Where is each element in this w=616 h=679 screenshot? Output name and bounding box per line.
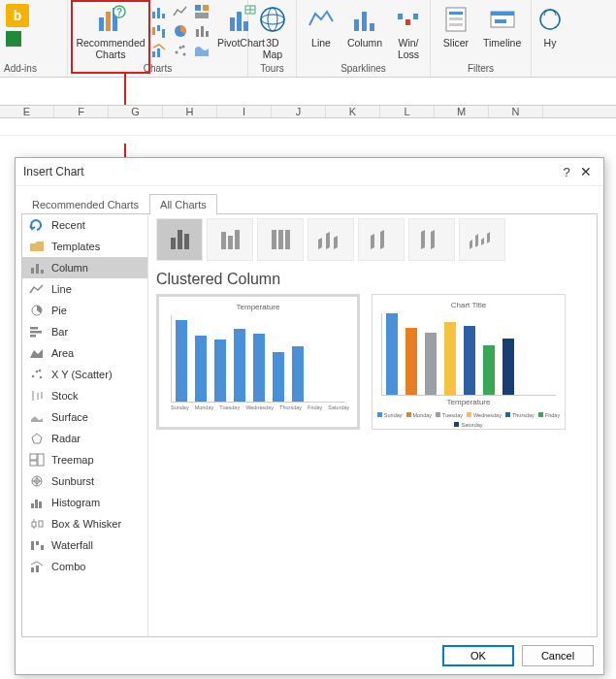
- pie-dropdown-icon[interactable]: [173, 23, 188, 39]
- recommended-charts-button[interactable]: ? Recommended Charts: [72, 2, 149, 62]
- column-header[interactable]: N: [489, 106, 543, 117]
- combo-dropdown-icon[interactable]: [151, 43, 167, 58]
- hyperlink-button[interactable]: Hy: [535, 2, 565, 50]
- column-header[interactable]: E: [0, 106, 54, 117]
- chart-main-panel: Clustered Column TemperatureSundayMonday…: [148, 214, 597, 636]
- chart-category-pie[interactable]: Pie: [22, 300, 147, 321]
- svg-rect-49: [41, 270, 44, 274]
- column-icon: [28, 261, 46, 275]
- svg-rect-15: [196, 29, 199, 37]
- ribbon-filters-label: Filters: [435, 63, 527, 75]
- svg-rect-19: [157, 48, 160, 57]
- chart-category-templates[interactable]: Templates: [22, 236, 147, 257]
- chart-preview-2[interactable]: Chart TitleTemperatureSundayMondayTuesda…: [372, 294, 566, 430]
- chart-category-recent[interactable]: Recent: [22, 214, 147, 236]
- sparkline-winloss-button[interactable]: Win/ Loss: [388, 2, 429, 62]
- column-header[interactable]: H: [163, 106, 217, 117]
- chart-category-label: Area: [51, 347, 74, 359]
- column-header[interactable]: J: [272, 106, 326, 117]
- chart-category-label: Surface: [51, 411, 88, 423]
- dialog-tab-panel: RecentTemplatesColumnLinePieBarAreaX Y (…: [21, 213, 598, 637]
- line-chart-dropdown-icon[interactable]: [173, 4, 188, 19]
- chart-category-box[interactable]: Box & Whisker: [22, 513, 147, 534]
- svg-rect-72: [32, 522, 36, 527]
- chart-category-waterfall[interactable]: Waterfall: [22, 534, 147, 556]
- chart-category-scatter[interactable]: X Y (Scatter): [22, 364, 147, 385]
- chart-category-label: Recent: [51, 219, 85, 231]
- ribbon-group-sparklines: Line Column Win/ Loss Sparklines: [297, 0, 431, 77]
- subtype-3d-column[interactable]: [459, 218, 505, 261]
- chart-category-combo[interactable]: Combo: [22, 556, 147, 577]
- chart-category-stock[interactable]: Stock: [22, 385, 147, 406]
- chart-preview-1[interactable]: TemperatureSundayMondayTuesdayWednesdayT…: [156, 294, 360, 430]
- column-headers: EFGHIJKLMN: [0, 106, 616, 118]
- cancel-button[interactable]: Cancel: [522, 645, 594, 666]
- histogram-icon: [28, 496, 46, 509]
- chart-preview-plot: [381, 313, 556, 396]
- subtype-clustered-column[interactable]: [156, 218, 203, 261]
- svg-rect-11: [152, 27, 155, 35]
- stock-icon: [28, 389, 46, 403]
- svg-point-31: [261, 15, 284, 24]
- column-header[interactable]: I: [217, 106, 272, 117]
- ribbon-charts-label: Charts: [72, 63, 243, 75]
- subtype-100-stacked-column[interactable]: [257, 218, 304, 261]
- chart-category-label: Bar: [51, 326, 68, 338]
- 3d-map-button[interactable]: 3D Map: [252, 2, 293, 62]
- dialog-close-button[interactable]: ✕: [576, 164, 596, 179]
- column-header[interactable]: K: [326, 106, 380, 117]
- dialog-help-button[interactable]: ?: [557, 165, 576, 179]
- column-header[interactable]: G: [109, 106, 163, 117]
- svg-rect-26: [243, 21, 248, 31]
- subtype-3d-stacked-column[interactable]: [358, 218, 405, 261]
- svg-rect-48: [36, 264, 39, 274]
- sparkline-line-button[interactable]: Line: [301, 2, 341, 62]
- chart-bar: [214, 340, 226, 402]
- tab-recommended-charts[interactable]: Recommended Charts: [21, 194, 149, 215]
- column-chart-dropdown-icon[interactable]: [151, 4, 167, 19]
- column-header[interactable]: M: [435, 106, 489, 117]
- hierarchy-dropdown-icon[interactable]: [194, 4, 210, 19]
- column-header[interactable]: L: [380, 106, 435, 117]
- chart-category-surface[interactable]: Surface: [22, 406, 147, 428]
- svg-rect-13: [162, 29, 165, 38]
- chart-category-label: Treemap: [51, 454, 94, 466]
- timeline-button[interactable]: Timeline: [477, 2, 527, 50]
- spreadsheet-area[interactable]: EFGHIJKLMN: [0, 105, 616, 144]
- chart-category-sunburst[interactable]: Sunburst: [22, 470, 147, 492]
- treemap-icon: [28, 453, 46, 467]
- subtype-stacked-column[interactable]: [207, 218, 253, 261]
- ok-button[interactable]: OK: [442, 645, 514, 666]
- chart-category-area[interactable]: Area: [22, 342, 147, 364]
- chart-bar: [253, 334, 265, 402]
- sparkline-column-button[interactable]: Column: [341, 2, 388, 62]
- subtype-3d-clustered-column[interactable]: [308, 218, 354, 261]
- svg-rect-71: [39, 501, 42, 508]
- chart-category-radar[interactable]: Radar: [22, 428, 147, 449]
- chart-category-line[interactable]: Line: [22, 278, 147, 300]
- people-graph-icon[interactable]: [6, 31, 21, 47]
- waterfall-dropdown-icon[interactable]: [151, 23, 167, 39]
- surface-dropdown-icon[interactable]: [194, 43, 210, 58]
- chart-category-histogram[interactable]: Histogram: [22, 492, 147, 513]
- scatter-dropdown-icon[interactable]: [173, 43, 188, 58]
- chart-category-treemap[interactable]: Treemap: [22, 449, 147, 470]
- chart-category-column[interactable]: Column: [22, 257, 147, 278]
- slicer-label: Slicer: [443, 37, 469, 48]
- svg-point-56: [40, 376, 43, 379]
- box-icon: [28, 517, 46, 531]
- svg-rect-62: [30, 454, 37, 460]
- radar-icon: [28, 432, 46, 445]
- chart-category-bar[interactable]: Bar: [22, 321, 147, 342]
- dialog-tabs: Recommended Charts All Charts: [16, 188, 603, 215]
- chart-bar: [503, 339, 514, 394]
- statistic-dropdown-icon[interactable]: [194, 23, 210, 39]
- tab-all-charts[interactable]: All Charts: [149, 194, 217, 215]
- svg-rect-45: [495, 19, 506, 23]
- bing-icon[interactable]: b: [6, 4, 29, 27]
- slicer-button[interactable]: Slicer: [435, 2, 477, 50]
- column-header[interactable]: F: [54, 106, 109, 117]
- subtype-3d-100-stacked-column[interactable]: [408, 218, 455, 261]
- chart-category-label: Histogram: [51, 497, 100, 508]
- dialog-title-bar[interactable]: Insert Chart ? ✕: [16, 158, 603, 186]
